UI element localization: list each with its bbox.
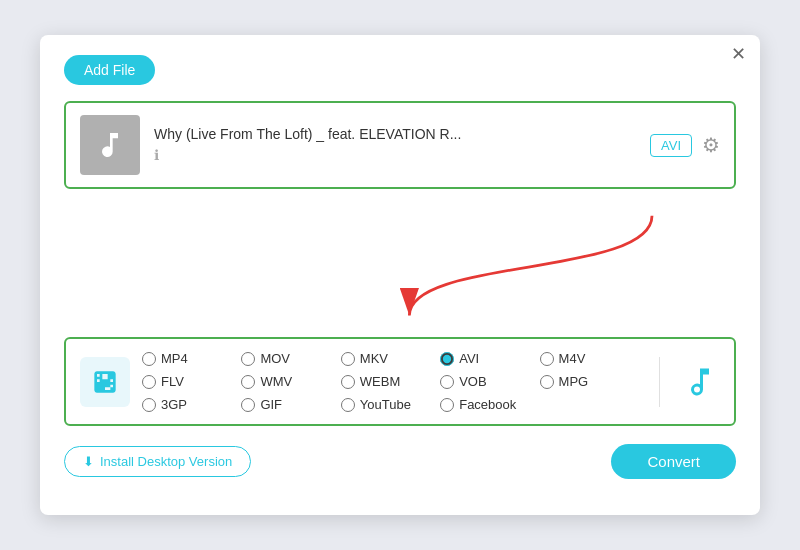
file-thumbnail (80, 115, 140, 175)
settings-icon[interactable]: ⚙ (702, 133, 720, 157)
format-mpg[interactable]: MPG (540, 374, 639, 389)
add-file-button[interactable]: Add File (64, 55, 155, 85)
vertical-divider (659, 357, 660, 407)
main-dialog: ✕ Add File Why (Live From The Loft) _ fe… (40, 35, 760, 515)
format-mov[interactable]: MOV (241, 351, 340, 366)
close-button[interactable]: ✕ (731, 45, 746, 63)
download-icon: ⬇ (83, 454, 94, 469)
film-icon (89, 366, 121, 398)
format-vob[interactable]: VOB (440, 374, 539, 389)
music-icon-right (680, 362, 720, 402)
info-icon[interactable]: ℹ (154, 147, 159, 163)
convert-button[interactable]: Convert (611, 444, 736, 479)
format-flv[interactable]: FLV (142, 374, 241, 389)
format-wmv[interactable]: WMV (241, 374, 340, 389)
format-selector: MP4 MOV MKV AVI M4V FLV WMV WEBM (64, 337, 736, 426)
format-mkv[interactable]: MKV (341, 351, 440, 366)
music-note-icon (94, 129, 126, 161)
format-facebook[interactable]: Facebook (440, 397, 539, 412)
format-gif[interactable]: GIF (241, 397, 340, 412)
arrow-area (64, 197, 736, 337)
install-label: Install Desktop Version (100, 454, 232, 469)
bottom-bar: ⬇ Install Desktop Version Convert (64, 444, 736, 479)
format-3gp[interactable]: 3GP (142, 397, 241, 412)
file-title: Why (Live From The Loft) _ feat. ELEVATI… (154, 126, 636, 142)
format-mp4[interactable]: MP4 (142, 351, 241, 366)
video-icon-box (80, 357, 130, 407)
format-youtube[interactable]: YouTube (341, 397, 440, 412)
format-grid: MP4 MOV MKV AVI M4V FLV WMV WEBM (142, 351, 639, 412)
file-actions: AVI ⚙ (650, 133, 720, 157)
install-desktop-button[interactable]: ⬇ Install Desktop Version (64, 446, 251, 477)
format-m4v[interactable]: M4V (540, 351, 639, 366)
format-badge[interactable]: AVI (650, 134, 692, 157)
format-avi[interactable]: AVI (440, 351, 539, 366)
arrow-svg (64, 197, 736, 337)
file-info: Why (Live From The Loft) _ feat. ELEVATI… (154, 126, 636, 164)
format-webm[interactable]: WEBM (341, 374, 440, 389)
file-row: Why (Live From The Loft) _ feat. ELEVATI… (64, 101, 736, 189)
